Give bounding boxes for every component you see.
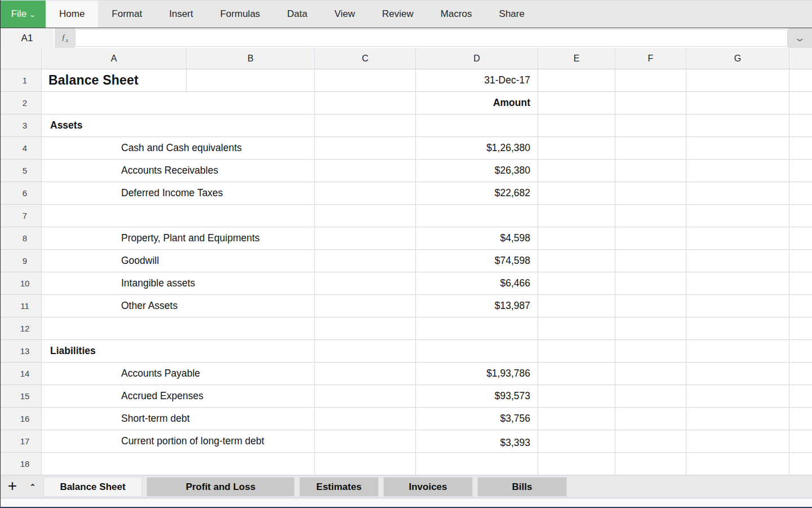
cell-e2[interactable] xyxy=(538,92,615,114)
cell-e3[interactable] xyxy=(538,114,615,136)
cell-g2[interactable] xyxy=(686,92,789,114)
cell-d2-amount-header[interactable]: Amount xyxy=(416,92,538,114)
cell-e16[interactable] xyxy=(538,408,615,430)
cell-d5-value[interactable]: $26,380 xyxy=(416,160,538,182)
cell-c8[interactable] xyxy=(315,227,416,249)
row-header-2[interactable]: 2 xyxy=(1,92,42,114)
cell-g1[interactable] xyxy=(686,69,789,91)
row-header-4[interactable]: 4 xyxy=(1,137,42,159)
cell-f9[interactable] xyxy=(615,250,686,272)
add-sheet-button[interactable]: + xyxy=(1,476,24,498)
cell-a14-label[interactable]: Accounts Payable xyxy=(42,363,315,385)
cell-d1-date[interactable]: 31-Dec-17 xyxy=(416,69,538,91)
cell-a9-label[interactable]: Goodwill xyxy=(42,250,315,272)
cell-e8[interactable] xyxy=(538,227,615,249)
cell-e14[interactable] xyxy=(538,363,615,385)
cell-c18[interactable] xyxy=(315,453,416,475)
cell-h4[interactable] xyxy=(789,137,812,159)
cell-e17[interactable] xyxy=(538,430,615,452)
cell-c7[interactable] xyxy=(315,205,416,227)
cell-f14[interactable] xyxy=(615,363,686,385)
cell-f5[interactable] xyxy=(615,160,686,182)
cell-h1[interactable] xyxy=(789,69,812,91)
cell-b1[interactable] xyxy=(187,69,315,91)
cell-e9[interactable] xyxy=(538,250,615,272)
cell-a16-label[interactable]: Short-term debt xyxy=(42,408,315,430)
cell-a10-label[interactable]: Intangible assets xyxy=(42,272,315,294)
cell-f7[interactable] xyxy=(615,205,686,227)
menu-item-format[interactable]: Format xyxy=(98,1,156,28)
cell-a18[interactable] xyxy=(42,453,315,475)
column-header-g[interactable]: G xyxy=(686,48,789,69)
cell-g11[interactable] xyxy=(686,295,789,317)
cell-d10-value[interactable]: $6,466 xyxy=(416,272,538,294)
cell-f17[interactable] xyxy=(615,430,686,452)
fx-icon[interactable]: ƒx xyxy=(55,28,75,48)
row-header-17[interactable]: 17 xyxy=(1,430,42,452)
formula-input[interactable] xyxy=(75,29,788,47)
cell-a11-label[interactable]: Other Assets xyxy=(42,295,315,317)
column-header-b[interactable]: B xyxy=(187,48,315,69)
row-header-15[interactable]: 15 xyxy=(1,385,42,407)
menu-item-insert[interactable]: Insert xyxy=(156,1,207,28)
cell-h11[interactable] xyxy=(789,295,812,317)
sheet-tab-balance-sheet[interactable]: Balance Sheet xyxy=(43,477,142,497)
cell-g17[interactable] xyxy=(686,430,789,452)
cell-a1-title[interactable]: Balance Sheet xyxy=(42,69,187,91)
cell-a8-label[interactable]: Property, Plant and Equipments xyxy=(42,227,315,249)
cell-d9-value[interactable]: $74,598 xyxy=(416,250,538,272)
cell-h5[interactable] xyxy=(789,160,812,182)
menu-item-review[interactable]: Review xyxy=(369,1,427,28)
file-menu-button[interactable]: File ⌄ xyxy=(1,1,46,28)
cell-g10[interactable] xyxy=(686,272,789,294)
cell-f6[interactable] xyxy=(615,182,686,204)
cell-f8[interactable] xyxy=(615,227,686,249)
cell-d13[interactable] xyxy=(416,340,538,362)
menu-item-view[interactable]: View xyxy=(321,1,369,28)
cell-c17[interactable] xyxy=(315,430,416,452)
cell-f12[interactable] xyxy=(615,317,686,339)
cell-g8[interactable] xyxy=(686,227,789,249)
cell-g18[interactable] xyxy=(686,453,789,475)
row-header-3[interactable]: 3 xyxy=(1,114,42,136)
cell-d3[interactable] xyxy=(416,114,538,136)
cell-g9[interactable] xyxy=(686,250,789,272)
cell-h14[interactable] xyxy=(789,363,812,385)
cell-c10[interactable] xyxy=(315,272,416,294)
cell-d7[interactable] xyxy=(416,205,538,227)
row-header-12[interactable]: 12 xyxy=(1,317,42,339)
cell-c11[interactable] xyxy=(315,295,416,317)
sheet-list-button[interactable]: ⌃ xyxy=(24,476,41,498)
row-header-10[interactable]: 10 xyxy=(1,272,42,294)
cell-a5-label[interactable]: Accounts Receivables xyxy=(42,160,315,182)
cell-c1[interactable] xyxy=(315,69,416,91)
column-header-f[interactable]: F xyxy=(615,48,686,69)
cell-f2[interactable] xyxy=(615,92,686,114)
cell-f15[interactable] xyxy=(615,385,686,407)
cell-g12[interactable] xyxy=(686,317,789,339)
cell-c4[interactable] xyxy=(315,137,416,159)
sheet-tab-invoices[interactable]: Invoices xyxy=(383,477,473,497)
cell-g5[interactable] xyxy=(686,160,789,182)
cell-d11-value[interactable]: $13,987 xyxy=(416,295,538,317)
cell-h17[interactable] xyxy=(789,430,812,452)
cell-g15[interactable] xyxy=(686,385,789,407)
cell-f3[interactable] xyxy=(615,114,686,136)
sheet-tab-bills[interactable]: Bills xyxy=(477,477,567,497)
cell-h10[interactable] xyxy=(789,272,812,294)
cell-h9[interactable] xyxy=(789,250,812,272)
cell-e1[interactable] xyxy=(538,69,615,91)
cell-e7[interactable] xyxy=(538,205,615,227)
cell-h16[interactable] xyxy=(789,408,812,430)
cell-d17-value[interactable]: $3,393 xyxy=(416,430,538,452)
cell-c3[interactable] xyxy=(315,114,416,136)
cell-c12[interactable] xyxy=(315,317,416,339)
column-header-partial[interactable] xyxy=(789,48,812,69)
cell-g16[interactable] xyxy=(686,408,789,430)
cell-a3-assets-header[interactable]: Assets xyxy=(42,114,315,136)
row-header-9[interactable]: 9 xyxy=(1,250,42,272)
cell-c14[interactable] xyxy=(315,363,416,385)
cell-g13[interactable] xyxy=(686,340,789,362)
cell-d6-value[interactable]: $22,682 xyxy=(416,182,538,204)
formula-bar-expand-button[interactable]: ⌄ xyxy=(788,28,812,48)
